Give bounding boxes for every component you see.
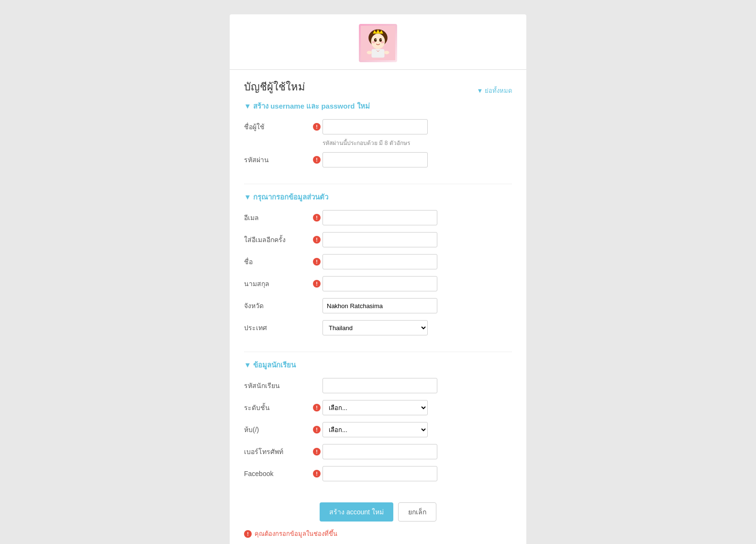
svg-rect-10	[372, 49, 385, 58]
username-input-wrapper	[322, 119, 428, 134]
email-req-dot: !	[313, 214, 321, 222]
submit-button[interactable]: สร้าง account ใหม่	[320, 502, 393, 522]
email-label: อีเมล	[244, 212, 311, 223]
city-input[interactable]	[322, 298, 437, 313]
phone-req-dot: !	[313, 448, 321, 455]
button-row: สร้าง account ใหม่ ยกเล็ก	[230, 495, 526, 526]
username-label: ชื่อผู้ใช้	[244, 122, 311, 132]
city-input-wrapper	[322, 298, 437, 313]
level-label: ระดับชั้น	[244, 402, 311, 413]
avatar	[359, 24, 397, 62]
firstname-row: ชื่อ !	[244, 254, 512, 269]
room-select[interactable]: เลือก...	[322, 422, 428, 437]
city-label: จังหวัด	[244, 300, 311, 311]
svg-point-8	[372, 41, 375, 44]
country-select[interactable]: Thailand Other	[322, 320, 428, 335]
username-required-icon: !	[311, 123, 322, 131]
email-confirm-input-wrapper	[322, 232, 437, 247]
lastname-row: นามสกุล !	[244, 276, 512, 291]
lastname-input[interactable]	[322, 276, 437, 291]
section-personal-info-header: ▼ กรุณากรอกข้อมูลส่วนตัว	[244, 191, 512, 203]
level-select[interactable]: เลือก...	[322, 400, 428, 415]
level-row: ระดับชั้น ! เลือก...	[244, 400, 512, 415]
password-required-icon: !	[311, 156, 322, 164]
email-confirm-req-dot: !	[313, 236, 321, 244]
email-confirm-input[interactable]	[322, 232, 437, 247]
firstname-input[interactable]	[322, 254, 437, 269]
section-student-info: ▼ ข้อมูลนักเรียน รหัสนักเรียน ระดับชั้น …	[230, 359, 526, 495]
password-hint: รหัสผ่านนี้ประกอบด้วย มี 8 ตัวอักษร	[322, 138, 512, 147]
student-id-row: รหัสนักเรียน	[244, 378, 512, 393]
svg-point-13	[384, 51, 389, 54]
section-create-account-header: ▼ สร้าง username และ password ใหม่	[244, 100, 512, 112]
facebook-input-wrapper	[322, 466, 437, 481]
facebook-row: Facebook !	[244, 466, 512, 481]
username-req-dot: !	[313, 123, 321, 131]
phone-required-icon: !	[311, 448, 322, 455]
firstname-required-icon: !	[311, 258, 322, 266]
email-confirm-required-icon: !	[311, 236, 322, 244]
username-input[interactable]	[322, 119, 428, 134]
svg-point-6	[376, 39, 377, 40]
validation-error-icon: !	[244, 530, 252, 538]
phone-row: เบอร์โทรศัพท์ !	[244, 444, 512, 459]
room-row: ห้บ(/) ! เลือก...	[244, 422, 512, 437]
svg-point-4	[374, 38, 377, 42]
level-required-icon: !	[311, 404, 322, 411]
lastname-label: นามสกุล	[244, 278, 311, 289]
svg-point-5	[379, 38, 382, 42]
student-id-input-wrapper	[322, 378, 437, 393]
lastname-input-wrapper	[322, 276, 437, 291]
phone-input-wrapper	[322, 444, 437, 459]
email-confirm-row: ใส่อีเมลอีกครั้ง !	[244, 232, 512, 247]
username-row: ชื่อผู้ใช้ !	[244, 119, 512, 134]
country-label: ประเทศ	[244, 322, 311, 333]
level-select-wrapper: เลือก...	[322, 400, 428, 415]
email-required-icon: !	[311, 214, 322, 222]
facebook-label: Facebook	[244, 470, 311, 477]
registration-card: บัญชีผู้ใช้ใหม่ ▼ ย่อทั้งหมด ▼ สร้าง use…	[230, 14, 526, 544]
facebook-required-icon: !	[311, 470, 322, 477]
svg-point-9	[380, 41, 384, 44]
divider-2	[244, 352, 512, 352]
student-id-input[interactable]	[322, 378, 437, 393]
avatar-section	[230, 14, 526, 70]
email-input[interactable]	[322, 210, 437, 225]
facebook-req-dot: !	[313, 470, 321, 477]
firstname-label: ชื่อ	[244, 256, 311, 267]
cancel-button[interactable]: ยกเล็ก	[398, 502, 436, 522]
student-id-label: รหัสนักเรียน	[244, 380, 311, 391]
country-row: ประเทศ Thailand Other	[244, 320, 512, 335]
lastname-required-icon: !	[311, 280, 322, 288]
phone-label: เบอร์โทรศัพท์	[244, 446, 311, 457]
section-personal-info-title: ▼ กรุณากรอกข้อมูลส่วนตัว	[244, 191, 328, 203]
email-row: อีเมล !	[244, 210, 512, 225]
phone-input[interactable]	[322, 444, 437, 459]
email-input-wrapper	[322, 210, 437, 225]
section-student-info-title: ▼ ข้อมูลนักเรียน	[244, 359, 296, 371]
room-req-dot: !	[313, 426, 321, 433]
password-row: รหัสผ่าน !	[244, 152, 512, 167]
room-label: ห้บ(/)	[244, 424, 311, 435]
validation-error-message: คุณต้องกรอกข้อมูลในช่องที่ขึ้น	[255, 529, 337, 539]
firstname-input-wrapper	[322, 254, 437, 269]
password-input-wrapper	[322, 152, 428, 167]
password-input[interactable]	[322, 152, 428, 167]
section-create-account-title: ▼ สร้าง username และ password ใหม่	[244, 100, 370, 112]
svg-point-12	[367, 51, 372, 54]
email-confirm-label: ใส่อีเมลอีกครั้ง	[244, 234, 311, 245]
room-select-wrapper: เลือก...	[322, 422, 428, 437]
facebook-input[interactable]	[322, 466, 437, 481]
validation-error-row: ! คุณต้องกรอกข้อมูลในช่องที่ขึ้น	[230, 526, 526, 541]
section-student-info-header: ▼ ข้อมูลนักเรียน	[244, 359, 512, 371]
firstname-req-dot: !	[313, 258, 321, 266]
section-personal-info: ▼ กรุณากรอกข้อมูลส่วนตัว อีเมล ! ใส่อีเม…	[230, 191, 526, 349]
room-required-icon: !	[311, 426, 322, 433]
password-req-dot: !	[313, 156, 321, 164]
city-row: จังหวัด	[244, 298, 512, 313]
country-select-wrapper: Thailand Other	[322, 320, 428, 335]
collapse-all-link[interactable]: ▼ ย่อทั้งหมด	[477, 87, 512, 94]
divider-1	[244, 184, 512, 184]
level-req-dot: !	[313, 404, 321, 411]
section-create-account: ▼ สร้าง username และ password ใหม่ ชื่อผ…	[230, 100, 526, 181]
